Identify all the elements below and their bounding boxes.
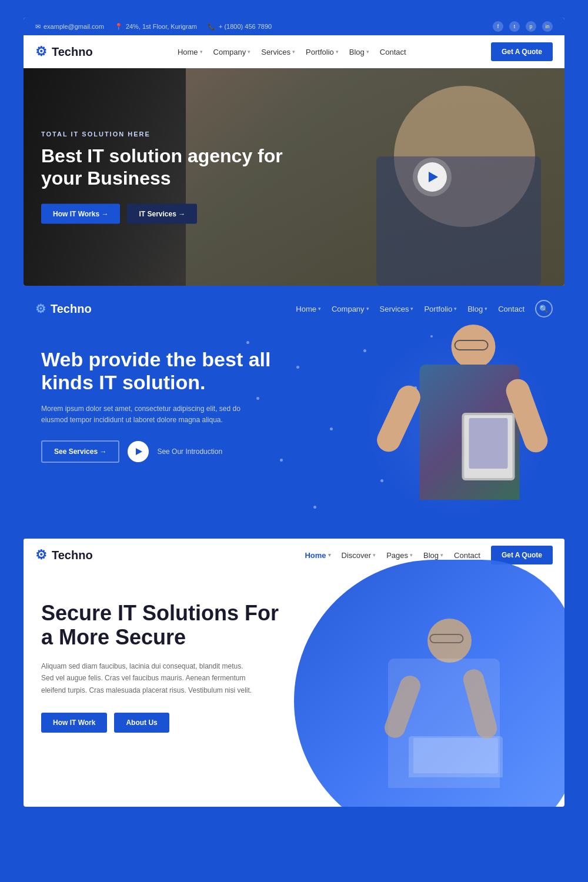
get-quote-btn-1[interactable]: Get A Quote (491, 42, 553, 61)
blue-section-title: Web provide the best all kinds IT soluti… (41, 348, 294, 394)
chevron-down-icon: ▾ (366, 49, 369, 55)
gap-2 (24, 530, 564, 539)
nav-1: Home ▾ Company ▾ Services ▾ Portfolio ▾ … (178, 48, 406, 56)
about-us-btn[interactable]: About Us (114, 713, 169, 733)
see-intro-text: See Our Introduction (157, 447, 222, 456)
dot (313, 506, 316, 509)
chevron-down-icon: ▾ (336, 49, 339, 55)
tablet-screen (469, 418, 508, 469)
logo-3: ⚙ Techno (35, 547, 93, 563)
logo-1: ⚙ Techno (35, 44, 93, 59)
logo-icon-1: ⚙ (35, 44, 47, 59)
phone-icon: 📞 (208, 23, 216, 31)
play-button-2[interactable] (128, 441, 149, 462)
nav-portfolio-1[interactable]: Portfolio ▾ (306, 48, 339, 56)
nav-contact-1[interactable]: Contact (380, 48, 406, 56)
nav-blog-2[interactable]: Blog ▾ (467, 305, 487, 313)
nav-portfolio-2[interactable]: Portfolio ▾ (424, 305, 457, 313)
social-links: f t p in (493, 21, 553, 32)
man-glasses (455, 340, 489, 350)
nav-contact-2[interactable]: Contact (498, 305, 524, 313)
card-section1: ✉ example@gmail.com 📍 24%, 1st Floor, Ku… (24, 18, 564, 286)
hero-buttons: How IT Works → IT Services → (41, 203, 288, 223)
top-bar-left: ✉ example@gmail.com 📍 24%, 1st Floor, Ku… (35, 23, 272, 31)
logo-2: ⚙ Techno (35, 302, 92, 316)
nav-home-1[interactable]: Home ▾ (178, 48, 203, 56)
top-bar: ✉ example@gmail.com 📍 24%, 1st Floor, Ku… (24, 18, 564, 35)
nav-services-2[interactable]: Services ▾ (380, 305, 414, 313)
play-button-1[interactable] (417, 162, 447, 192)
twitter-icon[interactable]: t (509, 21, 520, 32)
hero-section: TOTAL IT SOLUTION HERE Best IT solution … (24, 68, 564, 286)
navbar-white-1: ⚙ Techno Home ▾ Company ▾ Services ▾ Por… (24, 35, 564, 68)
chevron-down-icon: ▾ (248, 49, 250, 55)
blue-person-area (353, 319, 564, 530)
blue-text-area: Web provide the best all kinds IT soluti… (41, 348, 294, 507)
chevron-down-icon: ▾ (366, 306, 369, 312)
chevron-down-icon: ▾ (373, 552, 376, 558)
facebook-icon[interactable]: f (493, 21, 503, 32)
address-item: 📍 24%, 1st Floor, Kurigram (115, 23, 197, 31)
logo-icon-2: ⚙ (35, 302, 46, 316)
white-text-area: Secure IT Solutions For a More Secure Al… (41, 601, 294, 771)
chevron-down-icon: ▾ (328, 552, 331, 558)
nav-contact-3[interactable]: Contact (454, 551, 480, 560)
chevron-down-icon: ▾ (292, 49, 295, 55)
chevron-down-icon: ▾ (410, 552, 413, 558)
it-services-btn[interactable]: IT Services → (127, 203, 197, 223)
phone-text: + (1800) 456 7890 (219, 23, 272, 30)
blue-cta-area: See Services → See Our Introduction (41, 440, 294, 463)
dot (246, 341, 249, 344)
blob-person-area (294, 583, 553, 807)
nav-company-1[interactable]: Company ▾ (213, 48, 251, 56)
chevron-down-icon: ▾ (318, 306, 321, 312)
dot (296, 366, 299, 369)
phone-item: 📞 + (1800) 456 7890 (208, 23, 272, 31)
dot (330, 427, 333, 430)
pinterest-icon[interactable]: p (526, 21, 536, 32)
play-icon (136, 448, 142, 455)
nav-blog-3[interactable]: Blog ▾ (423, 551, 443, 560)
outer-wrapper: ✉ example@gmail.com 📍 24%, 1st Floor, Ku… (0, 0, 588, 882)
nav-home-2[interactable]: Home ▾ (296, 305, 321, 313)
card-section2: ⚙ Techno Home ▾ Company ▾ Services ▾ Por… (24, 293, 564, 530)
mail-icon: ✉ (35, 23, 41, 31)
white-cta-area: How IT Work About Us (41, 713, 294, 733)
chevron-down-icon: ▾ (200, 49, 203, 55)
play-triangle-icon (429, 172, 438, 182)
nav-pages-3[interactable]: Pages ▾ (386, 551, 413, 560)
email-item: ✉ example@gmail.com (35, 23, 104, 31)
nav-company-2[interactable]: Company ▾ (332, 305, 369, 313)
logo-icon-3: ⚙ (35, 547, 47, 563)
address-text: 24%, 1st Floor, Kurigram (126, 23, 197, 30)
blue-content-area: Web provide the best all kinds IT soluti… (24, 325, 564, 530)
nav-discover-3[interactable]: Discover ▾ (342, 551, 376, 560)
brand-name-3: Techno (52, 549, 93, 562)
see-services-btn[interactable]: See Services → (41, 440, 119, 463)
nav-2: Home ▾ Company ▾ Services ▾ Portfolio ▾ … (296, 300, 553, 318)
chevron-down-icon: ▾ (454, 306, 457, 312)
white-section-desc: Aliquam sed diam faucibus, lacinia dui c… (41, 660, 253, 696)
hero-person-body-decor (376, 156, 541, 286)
search-icon[interactable]: 🔍 (535, 300, 553, 318)
hero-title: Best IT solution agency for your Busines… (41, 145, 288, 190)
hero-content: TOTAL IT SOLUTION HERE Best IT solution … (41, 131, 288, 224)
email-text: example@gmail.com (44, 23, 104, 30)
blob-man-laptop (409, 736, 503, 777)
how-it-work-btn[interactable]: How IT Work (41, 713, 107, 733)
brand-name-1: Techno (52, 45, 93, 59)
nav-blog-1[interactable]: Blog ▾ (349, 48, 369, 56)
blob-man-glasses (429, 634, 463, 643)
linkedin-icon[interactable]: in (542, 21, 553, 32)
chevron-down-icon: ▾ (440, 552, 443, 558)
blue-section-desc: Morem ipsum dolor set amet, consectetur … (41, 403, 241, 426)
card-section3: ⚙ Techno Home ▾ Discover ▾ Pages ▾ Blog (24, 539, 564, 807)
laptop-screen (413, 738, 498, 773)
hero-label: TOTAL IT SOLUTION HERE (41, 131, 288, 138)
man-tablet (462, 413, 515, 480)
brand-name-2: Techno (51, 302, 92, 316)
how-it-works-btn[interactable]: How IT Works → (41, 203, 120, 223)
nav-home-3[interactable]: Home ▾ (305, 551, 330, 560)
chevron-down-icon: ▾ (485, 306, 487, 312)
nav-services-1[interactable]: Services ▾ (261, 48, 295, 56)
